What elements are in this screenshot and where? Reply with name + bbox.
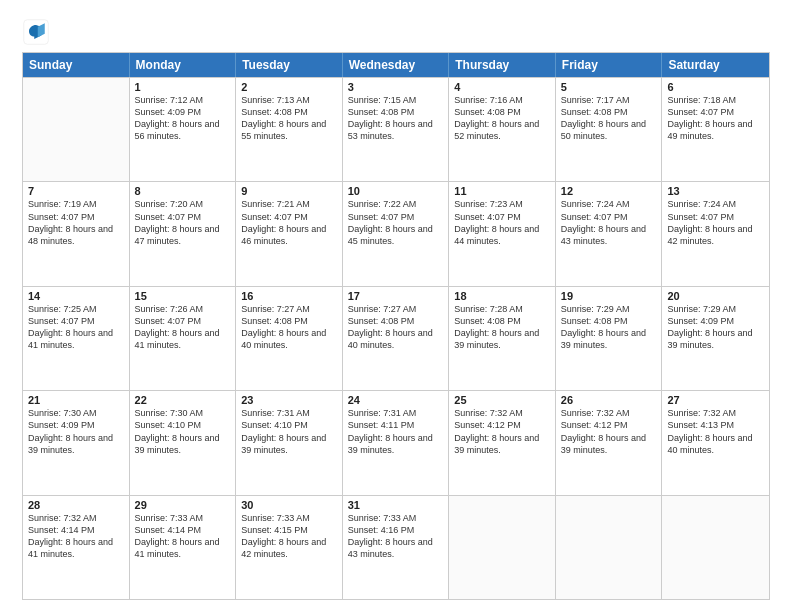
day-cell-22: 22Sunrise: 7:30 AMSunset: 4:10 PMDayligh… bbox=[130, 391, 237, 494]
day-cell-21: 21Sunrise: 7:30 AMSunset: 4:09 PMDayligh… bbox=[23, 391, 130, 494]
week-row-3: 14Sunrise: 7:25 AMSunset: 4:07 PMDayligh… bbox=[23, 286, 769, 390]
day-number: 21 bbox=[28, 394, 124, 406]
day-cell-9: 9Sunrise: 7:21 AMSunset: 4:07 PMDaylight… bbox=[236, 182, 343, 285]
header-day-thursday: Thursday bbox=[449, 53, 556, 77]
day-info: Sunrise: 7:17 AMSunset: 4:08 PMDaylight:… bbox=[561, 95, 646, 141]
day-cell-30: 30Sunrise: 7:33 AMSunset: 4:15 PMDayligh… bbox=[236, 496, 343, 599]
day-info: Sunrise: 7:27 AMSunset: 4:08 PMDaylight:… bbox=[241, 304, 326, 350]
day-number: 24 bbox=[348, 394, 444, 406]
day-number: 7 bbox=[28, 185, 124, 197]
day-number: 26 bbox=[561, 394, 657, 406]
day-info: Sunrise: 7:29 AMSunset: 4:08 PMDaylight:… bbox=[561, 304, 646, 350]
day-info: Sunrise: 7:33 AMSunset: 4:14 PMDaylight:… bbox=[135, 513, 220, 559]
empty-cell bbox=[23, 78, 130, 181]
day-info: Sunrise: 7:30 AMSunset: 4:10 PMDaylight:… bbox=[135, 408, 220, 454]
day-number: 29 bbox=[135, 499, 231, 511]
day-cell-3: 3Sunrise: 7:15 AMSunset: 4:08 PMDaylight… bbox=[343, 78, 450, 181]
day-info: Sunrise: 7:27 AMSunset: 4:08 PMDaylight:… bbox=[348, 304, 433, 350]
header-day-friday: Friday bbox=[556, 53, 663, 77]
day-info: Sunrise: 7:26 AMSunset: 4:07 PMDaylight:… bbox=[135, 304, 220, 350]
day-number: 17 bbox=[348, 290, 444, 302]
header-day-wednesday: Wednesday bbox=[343, 53, 450, 77]
day-number: 22 bbox=[135, 394, 231, 406]
day-info: Sunrise: 7:32 AMSunset: 4:13 PMDaylight:… bbox=[667, 408, 752, 454]
week-row-5: 28Sunrise: 7:32 AMSunset: 4:14 PMDayligh… bbox=[23, 495, 769, 599]
day-cell-16: 16Sunrise: 7:27 AMSunset: 4:08 PMDayligh… bbox=[236, 287, 343, 390]
header-day-sunday: Sunday bbox=[23, 53, 130, 77]
day-info: Sunrise: 7:24 AMSunset: 4:07 PMDaylight:… bbox=[561, 199, 646, 245]
day-number: 5 bbox=[561, 81, 657, 93]
day-cell-31: 31Sunrise: 7:33 AMSunset: 4:16 PMDayligh… bbox=[343, 496, 450, 599]
day-number: 19 bbox=[561, 290, 657, 302]
day-number: 10 bbox=[348, 185, 444, 197]
calendar: SundayMondayTuesdayWednesdayThursdayFrid… bbox=[22, 52, 770, 600]
day-cell-10: 10Sunrise: 7:22 AMSunset: 4:07 PMDayligh… bbox=[343, 182, 450, 285]
day-number: 8 bbox=[135, 185, 231, 197]
week-row-4: 21Sunrise: 7:30 AMSunset: 4:09 PMDayligh… bbox=[23, 390, 769, 494]
day-number: 28 bbox=[28, 499, 124, 511]
day-cell-27: 27Sunrise: 7:32 AMSunset: 4:13 PMDayligh… bbox=[662, 391, 769, 494]
day-cell-20: 20Sunrise: 7:29 AMSunset: 4:09 PMDayligh… bbox=[662, 287, 769, 390]
day-cell-24: 24Sunrise: 7:31 AMSunset: 4:11 PMDayligh… bbox=[343, 391, 450, 494]
day-info: Sunrise: 7:32 AMSunset: 4:12 PMDaylight:… bbox=[454, 408, 539, 454]
day-number: 2 bbox=[241, 81, 337, 93]
day-info: Sunrise: 7:33 AMSunset: 4:16 PMDaylight:… bbox=[348, 513, 433, 559]
day-cell-7: 7Sunrise: 7:19 AMSunset: 4:07 PMDaylight… bbox=[23, 182, 130, 285]
day-number: 15 bbox=[135, 290, 231, 302]
day-cell-4: 4Sunrise: 7:16 AMSunset: 4:08 PMDaylight… bbox=[449, 78, 556, 181]
day-cell-13: 13Sunrise: 7:24 AMSunset: 4:07 PMDayligh… bbox=[662, 182, 769, 285]
header bbox=[22, 18, 770, 46]
day-cell-25: 25Sunrise: 7:32 AMSunset: 4:12 PMDayligh… bbox=[449, 391, 556, 494]
header-day-saturday: Saturday bbox=[662, 53, 769, 77]
day-number: 11 bbox=[454, 185, 550, 197]
day-number: 31 bbox=[348, 499, 444, 511]
day-info: Sunrise: 7:31 AMSunset: 4:10 PMDaylight:… bbox=[241, 408, 326, 454]
day-cell-11: 11Sunrise: 7:23 AMSunset: 4:07 PMDayligh… bbox=[449, 182, 556, 285]
day-info: Sunrise: 7:15 AMSunset: 4:08 PMDaylight:… bbox=[348, 95, 433, 141]
day-cell-29: 29Sunrise: 7:33 AMSunset: 4:14 PMDayligh… bbox=[130, 496, 237, 599]
day-number: 25 bbox=[454, 394, 550, 406]
day-info: Sunrise: 7:22 AMSunset: 4:07 PMDaylight:… bbox=[348, 199, 433, 245]
header-day-tuesday: Tuesday bbox=[236, 53, 343, 77]
day-info: Sunrise: 7:28 AMSunset: 4:08 PMDaylight:… bbox=[454, 304, 539, 350]
logo-icon bbox=[22, 18, 50, 46]
day-info: Sunrise: 7:32 AMSunset: 4:12 PMDaylight:… bbox=[561, 408, 646, 454]
day-number: 30 bbox=[241, 499, 337, 511]
day-number: 27 bbox=[667, 394, 764, 406]
day-number: 4 bbox=[454, 81, 550, 93]
logo bbox=[22, 18, 54, 46]
day-number: 20 bbox=[667, 290, 764, 302]
calendar-body: 1Sunrise: 7:12 AMSunset: 4:09 PMDaylight… bbox=[23, 77, 769, 599]
day-info: Sunrise: 7:19 AMSunset: 4:07 PMDaylight:… bbox=[28, 199, 113, 245]
day-info: Sunrise: 7:23 AMSunset: 4:07 PMDaylight:… bbox=[454, 199, 539, 245]
day-number: 9 bbox=[241, 185, 337, 197]
week-row-2: 7Sunrise: 7:19 AMSunset: 4:07 PMDaylight… bbox=[23, 181, 769, 285]
day-info: Sunrise: 7:13 AMSunset: 4:08 PMDaylight:… bbox=[241, 95, 326, 141]
day-info: Sunrise: 7:16 AMSunset: 4:08 PMDaylight:… bbox=[454, 95, 539, 141]
day-cell-15: 15Sunrise: 7:26 AMSunset: 4:07 PMDayligh… bbox=[130, 287, 237, 390]
day-info: Sunrise: 7:25 AMSunset: 4:07 PMDaylight:… bbox=[28, 304, 113, 350]
day-info: Sunrise: 7:33 AMSunset: 4:15 PMDaylight:… bbox=[241, 513, 326, 559]
day-info: Sunrise: 7:30 AMSunset: 4:09 PMDaylight:… bbox=[28, 408, 113, 454]
day-info: Sunrise: 7:24 AMSunset: 4:07 PMDaylight:… bbox=[667, 199, 752, 245]
day-cell-12: 12Sunrise: 7:24 AMSunset: 4:07 PMDayligh… bbox=[556, 182, 663, 285]
day-cell-6: 6Sunrise: 7:18 AMSunset: 4:07 PMDaylight… bbox=[662, 78, 769, 181]
day-cell-23: 23Sunrise: 7:31 AMSunset: 4:10 PMDayligh… bbox=[236, 391, 343, 494]
day-cell-18: 18Sunrise: 7:28 AMSunset: 4:08 PMDayligh… bbox=[449, 287, 556, 390]
page: SundayMondayTuesdayWednesdayThursdayFrid… bbox=[0, 0, 792, 612]
day-cell-5: 5Sunrise: 7:17 AMSunset: 4:08 PMDaylight… bbox=[556, 78, 663, 181]
day-cell-1: 1Sunrise: 7:12 AMSunset: 4:09 PMDaylight… bbox=[130, 78, 237, 181]
day-cell-19: 19Sunrise: 7:29 AMSunset: 4:08 PMDayligh… bbox=[556, 287, 663, 390]
day-cell-17: 17Sunrise: 7:27 AMSunset: 4:08 PMDayligh… bbox=[343, 287, 450, 390]
calendar-header: SundayMondayTuesdayWednesdayThursdayFrid… bbox=[23, 53, 769, 77]
day-number: 13 bbox=[667, 185, 764, 197]
day-cell-26: 26Sunrise: 7:32 AMSunset: 4:12 PMDayligh… bbox=[556, 391, 663, 494]
week-row-1: 1Sunrise: 7:12 AMSunset: 4:09 PMDaylight… bbox=[23, 77, 769, 181]
day-number: 16 bbox=[241, 290, 337, 302]
day-info: Sunrise: 7:21 AMSunset: 4:07 PMDaylight:… bbox=[241, 199, 326, 245]
day-number: 14 bbox=[28, 290, 124, 302]
day-cell-14: 14Sunrise: 7:25 AMSunset: 4:07 PMDayligh… bbox=[23, 287, 130, 390]
header-day-monday: Monday bbox=[130, 53, 237, 77]
day-info: Sunrise: 7:18 AMSunset: 4:07 PMDaylight:… bbox=[667, 95, 752, 141]
day-number: 6 bbox=[667, 81, 764, 93]
